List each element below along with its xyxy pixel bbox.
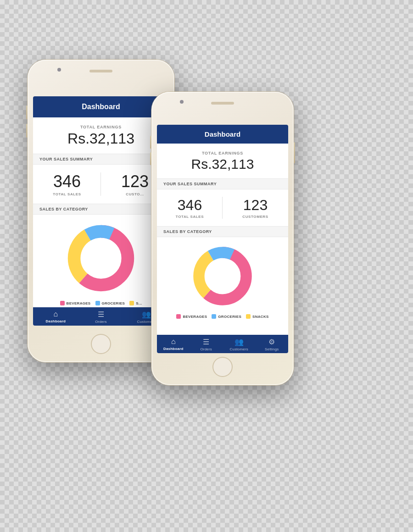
phone1-sales-summary: 346 TOTAL SALES 123 CUSTO... [33,165,169,204]
phone1-vol-down [26,124,28,138]
phone1-total-sales-value: 346 [37,172,97,191]
phone2-earnings-label: TOTAL EARNINGS [157,151,288,155]
phone2-dashboard-label: Dashboard [163,347,184,351]
phone1-camera [57,68,61,72]
phone1-customers-icon: 👥 [142,310,151,319]
phone1-earnings-section: TOTAL EARNINGS Rs.32,113 [33,117,169,154]
phone1-groceries-dot [95,301,100,305]
phone2-earnings-value: Rs.32,113 [157,156,288,172]
phone2-screen: Dashboard TOTAL EARNINGS Rs.32,113 YOUR … [157,125,288,353]
phone2-customers-label: Customers [230,347,248,351]
phone2-home-icon: ⌂ [171,338,176,346]
phone1-earnings-label: TOTAL EARNINGS [33,125,169,129]
phone2-earnings-section: TOTAL EARNINGS Rs.32,113 [157,144,288,178]
phone1-legend-groceries: GROCERIES [95,301,125,305]
phone1-total-sales-label: TOTAL SALES [37,192,97,196]
phone2-total-sales: 346 TOTAL SALES [157,189,223,226]
phone1-legend-snacks: S... [129,301,142,305]
phone-2: Dashboard TOTAL EARNINGS Rs.32,113 YOUR … [151,92,294,385]
phone1-legend-beverages: BEVERAGES [60,301,91,305]
phone1-home-icon: ⌂ [54,310,58,318]
phone1-orders-icon: ☰ [98,310,104,319]
phone1-tab-orders[interactable]: ☰ Orders [78,310,124,324]
phone2-tab-orders[interactable]: ☰ Orders [190,338,223,351]
phone2-orders-icon: ☰ [203,338,209,346]
phone2-settings-label: Settings [265,347,279,351]
phone2-vol-down [150,152,151,165]
phone2-settings-icon: ⚙ [268,338,275,346]
phone1-screen: Dashboard TOTAL EARNINGS Rs.32,113 YOUR … [33,96,169,326]
scene: Dashboard TOTAL EARNINGS Rs.32,113 YOUR … [0,0,413,532]
phone2-snacks-dot [246,314,251,319]
phone2-legend: BEVERAGES GROCERIES SNACKS [176,314,268,319]
phone1-chart-header: SALES BY CATEGORY [33,204,169,215]
svg-point-7 [206,259,240,294]
phone2-header: Dashboard [157,125,288,144]
phone2-side-btn [294,142,295,163]
phone1-home[interactable] [91,334,111,354]
phone1-beverages-dot [60,301,65,305]
phone2-tab-dashboard[interactable]: ⌂ Dashboard [157,338,190,351]
phone2-beverages-dot [176,314,181,319]
phone1-title: Dashboard [82,103,120,111]
phone2-customers-value: 123 [226,197,285,214]
phone2-total-sales-value: 346 [161,197,219,214]
phone1-earnings-value: Rs.32,113 [33,130,169,147]
phone2-customers-icon: 👥 [234,338,244,346]
phone1-tab-bar: ⌂ Dashboard ☰ Orders 👥 Customers [33,307,169,326]
phone1-tab-dashboard[interactable]: ⌂ Dashboard [33,310,78,324]
phone2-vol-up [150,136,151,149]
phone1-speaker [89,70,112,72]
phone2-legend-snacks: SNACKS [246,314,269,319]
phone1-vol-up [26,105,28,119]
phone2-legend-beverages: BEVERAGES [176,314,207,319]
phone1-legend: BEVERAGES GROCERIES S... [60,301,142,305]
svg-point-3 [82,239,121,278]
phone2-total-sales-label: TOTAL SALES [161,215,219,219]
phone2-customers-label: CUSTOMERS [226,215,285,219]
phone1-chart-section: BEVERAGES GROCERIES S... [33,215,169,307]
phone2-chart-header: SALES BY CATEGORY [157,226,288,237]
phone1-snacks-dot [129,301,134,305]
phone2-tab-settings[interactable]: ⚙ Settings [256,338,289,351]
phone2-chart-section: BEVERAGES GROCERIES SNACKS [157,237,288,335]
phone2-camera [180,100,184,104]
phone2-speaker [211,102,234,105]
phone2-home[interactable] [212,357,233,377]
phone1-sales-header: YOUR SALES SUMMARY [33,154,169,165]
phone2-title: Dashboard [205,130,240,138]
phone1-total-sales: 346 TOTAL SALES [33,165,101,204]
phone2-donut [188,242,257,310]
phone2-legend-groceries: GROCERIES [212,314,241,319]
phone1-dashboard-label: Dashboard [46,319,66,323]
phone2-tab-bar: ⌂ Dashboard ☰ Orders 👥 Customers ⚙ Setti… [157,335,288,353]
phone1-donut [62,219,140,297]
phone2-sales-summary: 346 TOTAL SALES 123 CUSTOMERS [157,189,288,226]
phone2-tab-customers[interactable]: 👥 Customers [223,338,256,351]
phone1-header: Dashboard [33,96,169,117]
phone2-customers: 123 CUSTOMERS [223,189,288,226]
phone2-groceries-dot [212,314,216,319]
phone2-orders-label: Orders [200,347,212,351]
phone1-orders-label: Orders [95,320,107,324]
phone2-sales-header: YOUR SALES SUMMARY [157,178,288,189]
